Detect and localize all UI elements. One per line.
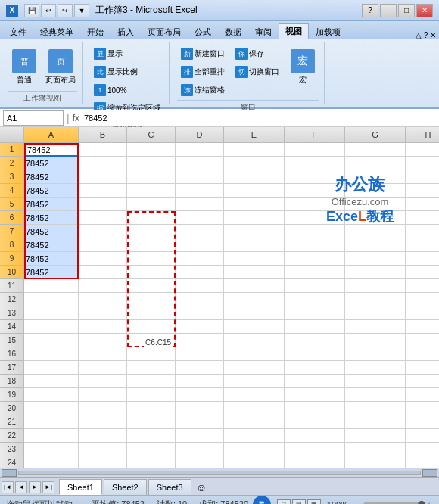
row-header-7[interactable]: 7 [0,225,24,238]
btn-normal-view[interactable]: 普 普通 [8,45,41,89]
row-header-22[interactable]: 22 [0,429,24,443]
cell-D4[interactable] [176,184,224,198]
cell-E17[interactable] [224,361,285,375]
cell-E8[interactable] [224,238,285,252]
cell-F15[interactable] [285,334,345,347]
cell-A19[interactable] [24,388,79,402]
cell-B19[interactable] [79,388,127,402]
cell-D8[interactable] [176,238,224,252]
cell-B22[interactable] [79,429,127,443]
cell-A15[interactable] [24,334,79,347]
cell-G6[interactable] [345,211,406,225]
cell-D7[interactable] [176,225,224,238]
cell-E24[interactable] [224,456,285,468]
cell-F4[interactable] [285,184,345,198]
cell-F19[interactable] [285,388,345,402]
cell-G19[interactable] [345,388,406,402]
cell-D20[interactable] [176,402,224,415]
cell-B13[interactable] [79,306,127,320]
row-header-5[interactable]: 5 [0,198,24,211]
cell-A22[interactable] [24,429,79,443]
horizontal-scrollbar[interactable] [0,468,439,477]
cell-E3[interactable] [224,170,285,184]
normal-view-btn[interactable]: □ [277,499,291,505]
cell-F1[interactable] [285,143,345,157]
cell-F3[interactable] [285,170,345,184]
cell-G22[interactable] [345,429,406,443]
btn-new-window[interactable]: 新 新建窗口 [177,45,229,62]
row-header-16[interactable]: 16 [0,347,24,361]
cell-C23[interactable] [127,443,176,456]
cell-H15[interactable] [406,334,439,347]
cell-F17[interactable] [285,361,345,375]
formula-fx-icon[interactable]: fx [73,113,79,123]
cell-B5[interactable] [79,198,127,211]
row-header-17[interactable]: 17 [0,361,24,375]
cell-D19[interactable] [176,388,224,402]
cell-E7[interactable] [224,225,285,238]
cell-H16[interactable] [406,347,439,361]
col-header-g[interactable]: G [345,127,406,142]
cell-C11[interactable] [127,279,176,293]
cell-G3[interactable] [345,170,406,184]
row-header-4[interactable]: 4 [0,184,24,198]
cell-B7[interactable] [79,225,127,238]
cell-C12[interactable] [127,293,176,306]
cell-A12[interactable] [24,293,79,306]
cell-F8[interactable] [285,238,345,252]
tab-view[interactable]: 视图 [279,23,309,39]
cell-C13[interactable] [127,306,176,320]
cell-E10[interactable] [224,266,285,279]
row-header-20[interactable]: 20 [0,402,24,415]
col-header-f[interactable]: F [285,127,345,142]
tab-home[interactable]: 开始 [80,24,111,39]
cell-D13[interactable] [176,306,224,320]
cell-F22[interactable] [285,429,345,443]
name-box[interactable] [3,110,64,126]
tab-classic[interactable]: 经典菜单 [33,24,80,39]
cell-G24[interactable] [345,456,406,468]
cell-A8[interactable]: 78452 [24,238,79,252]
cell-E11[interactable] [224,279,285,293]
cell-G11[interactable] [345,279,406,293]
cell-A3[interactable]: 78452 [24,170,79,184]
cell-G20[interactable] [345,402,406,415]
cell-H7[interactable] [406,225,439,238]
cell-H4[interactable] [406,184,439,198]
cell-D18[interactable] [176,375,224,388]
cell-D6[interactable] [176,211,224,225]
cell-B9[interactable] [79,252,127,266]
cell-G2[interactable] [345,157,406,170]
btn-switch-window[interactable]: 切 切换窗口 [232,64,283,80]
col-header-e[interactable]: E [224,127,285,142]
col-header-a[interactable]: A [24,127,79,142]
cell-C22[interactable] [127,429,176,443]
add-sheet-btn[interactable]: ☺ [196,481,207,493]
cell-D1[interactable] [176,143,224,157]
cell-D10[interactable] [176,266,224,279]
cell-E20[interactable] [224,402,285,415]
cell-B3[interactable] [79,170,127,184]
cell-D9[interactable] [176,252,224,266]
cell-H8[interactable] [406,238,439,252]
row-header-6[interactable]: 6 [0,211,24,225]
cell-G9[interactable] [345,252,406,266]
page-view-btn[interactable]: ▤ [292,499,306,505]
btn-page-layout-view[interactable]: 页 页面布局 [44,45,77,89]
cell-E13[interactable] [224,306,285,320]
col-header-c[interactable]: C [127,127,176,142]
cell-F10[interactable] [285,266,345,279]
cell-E12[interactable] [224,293,285,306]
sheet-last-btn[interactable]: ►| [42,481,54,493]
cell-A7[interactable]: 78452 [24,225,79,238]
row-header-21[interactable]: 21 [0,415,24,429]
btn-100[interactable]: 1 100% [90,82,164,98]
cell-C6[interactable] [127,211,176,225]
cell-B23[interactable] [79,443,127,456]
sheet-tab-2[interactable]: Sheet2 [104,479,147,495]
save-quick-btn[interactable]: 💾 [24,4,39,17]
tab-file[interactable]: 文件 [3,24,33,39]
cell-A4[interactable]: 78452 [24,184,79,198]
sheet-prev-btn[interactable]: ◄ [15,481,27,493]
cell-F23[interactable] [285,443,345,456]
